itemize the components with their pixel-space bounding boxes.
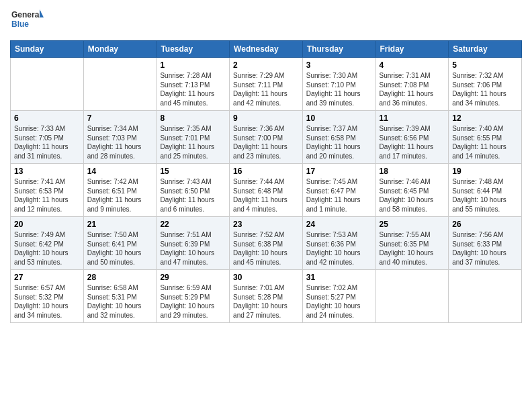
calendar-cell: 12Sunrise: 7:40 AMSunset: 6:55 PMDayligh… — [449, 111, 522, 164]
calendar-cell: 10Sunrise: 7:37 AMSunset: 6:58 PMDayligh… — [302, 111, 375, 164]
cell-content: Sunrise: 7:39 AMSunset: 6:56 PMDaylight:… — [380, 124, 445, 161]
cell-content: Sunrise: 7:01 AMSunset: 5:28 PMDaylight:… — [233, 283, 299, 320]
cell-content: Sunrise: 7:34 AMSunset: 7:03 PMDaylight:… — [87, 124, 153, 161]
cell-content: Sunrise: 7:42 AMSunset: 6:51 PMDaylight:… — [87, 177, 153, 214]
calendar-cell — [83, 58, 157, 111]
cell-content: Sunrise: 6:57 AMSunset: 5:32 PMDaylight:… — [14, 283, 80, 320]
page-header: General Blue — [10, 7, 522, 35]
day-number: 4 — [380, 60, 445, 70]
cell-content: Sunrise: 7:33 AMSunset: 7:05 PMDaylight:… — [14, 124, 80, 161]
day-number: 9 — [233, 113, 299, 123]
cell-content: Sunrise: 7:49 AMSunset: 6:42 PMDaylight:… — [14, 230, 80, 267]
calendar-header-row: SundayMondayTuesdayWednesdayThursdayFrid… — [11, 41, 522, 58]
cell-content: Sunrise: 7:53 AMSunset: 6:36 PMDaylight:… — [306, 230, 372, 267]
day-number: 26 — [452, 220, 518, 229]
cell-content: Sunrise: 7:36 AMSunset: 7:00 PMDaylight:… — [233, 124, 299, 161]
day-number: 1 — [160, 60, 226, 70]
day-number: 2 — [233, 60, 299, 70]
cell-content: Sunrise: 7:30 AMSunset: 7:10 PMDaylight:… — [306, 71, 372, 107]
day-number: 11 — [380, 113, 445, 123]
calendar-cell: 30Sunrise: 7:01 AMSunset: 5:28 PMDayligh… — [230, 270, 303, 323]
calendar-cell: 22Sunrise: 7:51 AMSunset: 6:39 PMDayligh… — [157, 217, 230, 270]
calendar-cell: 17Sunrise: 7:45 AMSunset: 6:47 PMDayligh… — [302, 164, 375, 217]
calendar-cell: 14Sunrise: 7:42 AMSunset: 6:51 PMDayligh… — [83, 164, 157, 217]
cell-content: Sunrise: 7:51 AMSunset: 6:39 PMDaylight:… — [160, 230, 226, 267]
cell-content: Sunrise: 7:55 AMSunset: 6:35 PMDaylight:… — [380, 230, 445, 267]
calendar-cell — [11, 58, 84, 111]
col-header-monday: Monday — [83, 41, 157, 58]
calendar-cell: 11Sunrise: 7:39 AMSunset: 6:56 PMDayligh… — [375, 111, 449, 164]
calendar-cell: 19Sunrise: 7:48 AMSunset: 6:44 PMDayligh… — [449, 164, 522, 217]
day-number: 31 — [306, 273, 372, 282]
svg-text:Blue: Blue — [11, 19, 29, 29]
calendar-cell: 29Sunrise: 6:59 AMSunset: 5:29 PMDayligh… — [157, 270, 230, 323]
cell-content: Sunrise: 7:31 AMSunset: 7:08 PMDaylight:… — [380, 71, 445, 107]
cell-content: Sunrise: 7:41 AMSunset: 6:53 PMDaylight:… — [14, 177, 80, 214]
day-number: 22 — [160, 220, 226, 229]
day-number: 18 — [380, 167, 445, 176]
calendar-cell: 8Sunrise: 7:35 AMSunset: 7:01 PMDaylight… — [157, 111, 230, 164]
calendar-cell: 27Sunrise: 6:57 AMSunset: 5:32 PMDayligh… — [11, 270, 84, 323]
calendar-cell: 15Sunrise: 7:43 AMSunset: 6:50 PMDayligh… — [157, 164, 230, 217]
week-row-2: 6Sunrise: 7:33 AMSunset: 7:05 PMDaylight… — [11, 111, 522, 164]
day-number: 13 — [14, 167, 80, 176]
col-header-saturday: Saturday — [449, 41, 522, 58]
day-number: 7 — [87, 113, 153, 123]
calendar-cell: 16Sunrise: 7:44 AMSunset: 6:48 PMDayligh… — [230, 164, 303, 217]
day-number: 15 — [160, 167, 226, 176]
logo-svg: General Blue — [10, 7, 44, 35]
day-number: 10 — [306, 113, 372, 123]
day-number: 17 — [306, 167, 372, 176]
cell-content: Sunrise: 7:52 AMSunset: 6:38 PMDaylight:… — [233, 230, 299, 267]
cell-content: Sunrise: 7:29 AMSunset: 7:11 PMDaylight:… — [233, 71, 299, 107]
cell-content: Sunrise: 7:44 AMSunset: 6:48 PMDaylight:… — [233, 177, 299, 214]
day-number: 12 — [452, 113, 518, 123]
col-header-sunday: Sunday — [11, 41, 84, 58]
calendar-cell: 20Sunrise: 7:49 AMSunset: 6:42 PMDayligh… — [11, 217, 84, 270]
day-number: 8 — [160, 113, 226, 123]
week-row-3: 13Sunrise: 7:41 AMSunset: 6:53 PMDayligh… — [11, 164, 522, 217]
day-number: 21 — [87, 220, 153, 229]
week-row-4: 20Sunrise: 7:49 AMSunset: 6:42 PMDayligh… — [11, 217, 522, 270]
calendar-cell: 7Sunrise: 7:34 AMSunset: 7:03 PMDaylight… — [83, 111, 157, 164]
cell-content: Sunrise: 7:32 AMSunset: 7:06 PMDaylight:… — [452, 71, 518, 107]
calendar-cell: 6Sunrise: 7:33 AMSunset: 7:05 PMDaylight… — [11, 111, 84, 164]
calendar-cell: 21Sunrise: 7:50 AMSunset: 6:41 PMDayligh… — [83, 217, 157, 270]
calendar-cell: 24Sunrise: 7:53 AMSunset: 6:36 PMDayligh… — [302, 217, 375, 270]
day-number: 24 — [306, 220, 372, 229]
day-number: 25 — [380, 220, 445, 229]
calendar-cell: 26Sunrise: 7:56 AMSunset: 6:33 PMDayligh… — [449, 217, 522, 270]
calendar-table: SundayMondayTuesdayWednesdayThursdayFrid… — [10, 40, 522, 323]
calendar-cell: 4Sunrise: 7:31 AMSunset: 7:08 PMDaylight… — [375, 58, 449, 111]
cell-content: Sunrise: 7:35 AMSunset: 7:01 PMDaylight:… — [160, 124, 226, 161]
calendar-cell: 2Sunrise: 7:29 AMSunset: 7:11 PMDaylight… — [230, 58, 303, 111]
day-number: 14 — [87, 167, 153, 176]
cell-content: Sunrise: 7:37 AMSunset: 6:58 PMDaylight:… — [306, 124, 372, 161]
calendar-cell: 13Sunrise: 7:41 AMSunset: 6:53 PMDayligh… — [11, 164, 84, 217]
cell-content: Sunrise: 7:40 AMSunset: 6:55 PMDaylight:… — [452, 124, 518, 161]
calendar-cell: 18Sunrise: 7:46 AMSunset: 6:45 PMDayligh… — [375, 164, 449, 217]
day-number: 29 — [160, 273, 226, 282]
cell-content: Sunrise: 7:56 AMSunset: 6:33 PMDaylight:… — [452, 230, 518, 267]
cell-content: Sunrise: 6:59 AMSunset: 5:29 PMDaylight:… — [160, 283, 226, 320]
cell-content: Sunrise: 7:50 AMSunset: 6:41 PMDaylight:… — [87, 230, 153, 267]
calendar-cell — [449, 270, 522, 323]
cell-content: Sunrise: 7:28 AMSunset: 7:13 PMDaylight:… — [160, 71, 226, 107]
calendar-cell: 31Sunrise: 7:02 AMSunset: 5:27 PMDayligh… — [302, 270, 375, 323]
col-header-tuesday: Tuesday — [157, 41, 230, 58]
col-header-wednesday: Wednesday — [230, 41, 303, 58]
cell-content: Sunrise: 7:45 AMSunset: 6:47 PMDaylight:… — [306, 177, 372, 214]
cell-content: Sunrise: 6:58 AMSunset: 5:31 PMDaylight:… — [87, 283, 153, 320]
cell-content: Sunrise: 7:02 AMSunset: 5:27 PMDaylight:… — [306, 283, 372, 320]
svg-text:General: General — [11, 10, 42, 19]
day-number: 3 — [306, 60, 372, 70]
cell-content: Sunrise: 7:43 AMSunset: 6:50 PMDaylight:… — [160, 177, 226, 214]
logo: General Blue — [10, 7, 44, 35]
cell-content: Sunrise: 7:46 AMSunset: 6:45 PMDaylight:… — [380, 177, 445, 214]
calendar-cell: 1Sunrise: 7:28 AMSunset: 7:13 PMDaylight… — [157, 58, 230, 111]
calendar-cell: 25Sunrise: 7:55 AMSunset: 6:35 PMDayligh… — [375, 217, 449, 270]
week-row-1: 1Sunrise: 7:28 AMSunset: 7:13 PMDaylight… — [11, 58, 522, 111]
calendar-cell: 28Sunrise: 6:58 AMSunset: 5:31 PMDayligh… — [83, 270, 157, 323]
calendar-cell: 3Sunrise: 7:30 AMSunset: 7:10 PMDaylight… — [302, 58, 375, 111]
col-header-friday: Friday — [375, 41, 449, 58]
